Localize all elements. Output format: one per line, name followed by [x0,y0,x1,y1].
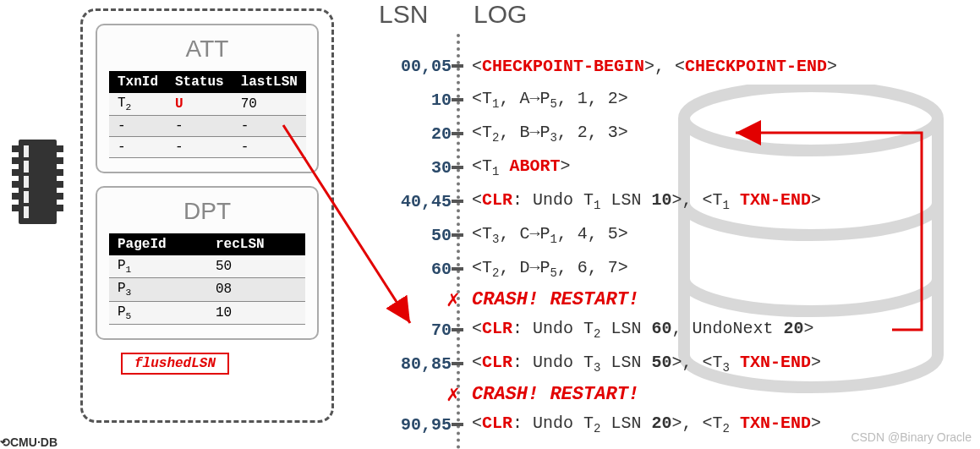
lsn-column-header: LSN [379,0,428,29]
log-tick [452,98,463,101]
log-content: <T2, D→P5, 6, 7> [472,258,628,280]
cmu-db-logo: ⟲CMU·DB [0,435,57,449]
log-tick [452,233,463,237]
log-lsn: 00,05 [401,57,452,76]
log-row-10: ✗CRASH! RESTART! [0,377,980,411]
log-lsn: 80,85 [401,354,452,374]
log-row-1: 10<T1, A→P5, 1, 2> [0,83,980,117]
log-lsn: 20 [431,124,452,144]
log-tick [452,423,463,426]
crash-x-icon: ✗ [446,381,460,408]
log-tick [452,267,463,271]
log-lsn: 30 [431,158,452,178]
log-column-header: LOG [474,0,527,29]
log-tick [452,132,463,135]
log-lsn: 60 [431,260,452,279]
log-row-0: 00,05<CHECKPOINT-BEGIN>, <CHECKPOINT-END… [0,49,980,83]
log-tick [452,200,463,203]
log-lsn: 90,95 [401,415,452,435]
log-content: <T3, C→P1, 4, 5> [472,224,628,246]
crash-x-icon: ✗ [446,286,460,313]
crash-text: CRASH! RESTART! [472,289,639,310]
log-content: <T2, B→P3, 2, 3> [472,123,628,145]
log-row-4: 40,45<CLR: Undo T1 LSN 10>, <T1 TXN-END> [0,184,980,218]
log-row-3: 30<T1 ABORT> [0,151,980,184]
log-content: <T1, A→P5, 1, 2> [472,89,628,111]
log-content: <T1 ABORT> [472,156,570,178]
log-row-5: 50<T3, C→P1, 4, 5> [0,218,980,252]
log-tick [452,362,463,365]
log-row-9: 80,85<CLR: Undo T3 LSN 50>, <T3 TXN-END> [0,347,980,381]
log-lsn: 10 [431,90,452,110]
log-content: <CLR: Undo T3 LSN 50>, <T3 TXN-END> [472,353,821,375]
log-tick [452,166,463,169]
log-lsn: 40,45 [401,192,452,211]
log-content: <CLR: Undo T2 LSN 60, UndoNext 20> [472,319,814,341]
log-content: <CLR: Undo T1 LSN 10>, <T1 TXN-END> [472,190,821,212]
log-tick [452,328,463,331]
watermark: CSDN @Binary Oracle [851,430,972,444]
log-row-7: ✗CRASH! RESTART! [0,282,980,316]
log-row-11: 90,95<CLR: Undo T2 LSN 20>, <T2 TXN-END> [0,408,980,441]
log-lsn: 50 [431,226,452,245]
log-row-8: 70<CLR: Undo T2 LSN 60, UndoNext 20> [0,313,980,347]
log-content: <CLR: Undo T2 LSN 20>, <T2 TXN-END> [472,413,821,435]
log-row-6: 60<T2, D→P5, 6, 7> [0,252,980,286]
log-content: <CHECKPOINT-BEGIN>, <CHECKPOINT-END> [472,57,837,76]
log-lsn: 70 [431,320,452,340]
log-row-2: 20<T2, B→P3, 2, 3> [0,117,980,151]
crash-text: CRASH! RESTART! [472,384,639,405]
log-tick [452,64,463,68]
